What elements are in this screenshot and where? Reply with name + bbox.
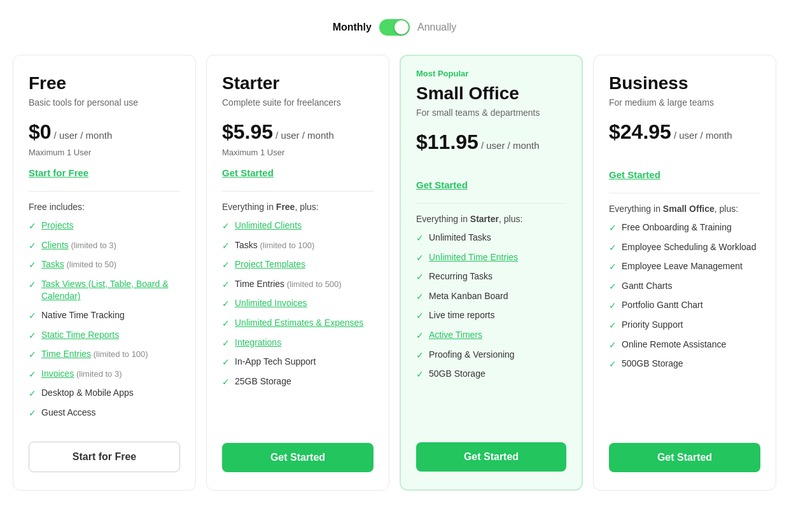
feature-item: ✓ Guest Access [29, 407, 180, 420]
feature-item: ✓ Native Time Tracking [29, 309, 180, 323]
plan-price-starter: $5.95 / user / month [222, 120, 374, 144]
feature-note: (limited to 3) [69, 241, 116, 250]
feature-list-free: ✓ Projects ✓ Clients (limited to 3) ✓ Ta… [29, 220, 180, 426]
feature-text: Integrations [235, 337, 281, 349]
plan-description-free: Basic tools for personal use [29, 97, 180, 108]
plan-name-business: Business [609, 73, 760, 94]
toggle-switch[interactable] [379, 19, 410, 36]
price-detail: / user / month [674, 130, 732, 141]
feature-text: Static Time Reports [41, 329, 119, 342]
cta-button-small_office[interactable]: Get Started [416, 442, 566, 472]
feature-text: Online Remote Assistance [622, 339, 726, 351]
check-icon: ✓ [29, 220, 36, 233]
check-icon: ✓ [416, 349, 424, 362]
feature-text: Projects [41, 220, 74, 232]
feature-text: Guest Access [41, 407, 96, 419]
feature-item: ✓ Unlimited Clients [222, 220, 374, 233]
feature-item: ✓ Tasks (limited to 50) [29, 258, 180, 272]
feature-item: ✓ Meta Kanban Board [416, 290, 566, 304]
check-icon: ✓ [222, 279, 230, 291]
includes-label: Everything in Free, plus: [222, 202, 374, 212]
price-amount: $5.95 [222, 120, 273, 144]
feature-text: Free Onboarding & Training [622, 221, 732, 234]
plan-price-small_office: $11.95 / user / month [416, 130, 566, 154]
feature-item: ✓ Free Onboarding & Training [609, 221, 760, 235]
feature-text: Tasks (limited to 50) [41, 258, 116, 271]
plan-card-small_office: Most PopularSmall OfficeFor small teams … [400, 55, 583, 491]
check-icon: ✓ [416, 291, 424, 304]
plan-name-starter: Starter [222, 73, 374, 94]
check-icon: ✓ [609, 358, 617, 371]
feature-text: In-App Tech Support [235, 356, 316, 368]
plan-name-free: Free [29, 73, 180, 94]
check-icon: ✓ [609, 319, 617, 332]
plan-name-small_office: Small Office [416, 83, 566, 104]
feature-item: ✓ Gantt Charts [609, 280, 760, 293]
feature-item: ✓ Project Templates [222, 258, 374, 272]
check-icon: ✓ [416, 252, 424, 265]
feature-text: Project Templates [235, 258, 305, 271]
feature-text: Gantt Charts [622, 280, 672, 293]
feature-item: ✓ Proofing & Versioning [416, 349, 566, 362]
cta-link-starter[interactable]: Get Started [222, 167, 374, 178]
price-amount: $24.95 [609, 120, 671, 144]
includes-label: Everything in Starter, plus: [416, 214, 566, 224]
plan-description-starter: Complete suite for freelancers [222, 97, 374, 108]
feature-text: Tasks (limited to 100) [235, 239, 314, 252]
divider [222, 191, 374, 192]
feature-item: ✓ Task Views (List, Table, Board & Calen… [29, 278, 180, 303]
feature-item: ✓ Time Entries (limited to 500) [222, 278, 374, 291]
feature-item: ✓ Unlimited Invoices [222, 297, 374, 311]
check-icon: ✓ [416, 310, 424, 323]
feature-item: ✓ Time Entries (limited to 100) [29, 348, 180, 361]
feature-text: 50GB Storage [429, 368, 485, 381]
feature-text: Task Views (List, Table, Board & Calenda… [41, 278, 180, 303]
feature-text: Unlimited Invoices [235, 297, 307, 310]
plan-description-business: For medium & large teams [609, 97, 760, 108]
plan-card-free: FreeBasic tools for personal use $0 / us… [13, 55, 196, 491]
plan-card-business: BusinessFor medium & large teams $24.95 … [593, 55, 776, 491]
check-icon: ✓ [609, 281, 617, 293]
divider [416, 203, 566, 204]
feature-text: Proofing & Versioning [429, 349, 515, 361]
feature-item: ✓ Priority Support [609, 319, 760, 332]
feature-text: Recurring Tasks [429, 270, 492, 283]
feature-item: ✓ Projects [29, 220, 180, 233]
check-icon: ✓ [29, 349, 36, 361]
feature-note: (limited to 3) [74, 369, 122, 379]
feature-note: (limited to 100) [91, 349, 148, 359]
cta-button-starter[interactable]: Get Started [222, 443, 374, 472]
feature-item: ✓ Invoices (limited to 3) [29, 368, 180, 381]
billing-toggle: Monthly Annually [13, 13, 776, 36]
price-amount: $11.95 [416, 130, 478, 154]
feature-text: Native Time Tracking [41, 309, 125, 322]
feature-text: Time Entries (limited to 100) [41, 348, 148, 361]
feature-text: Portfolio Gantt Chart [622, 299, 703, 312]
feature-list-business: ✓ Free Onboarding & Training ✓ Employee … [609, 221, 760, 428]
check-icon: ✓ [29, 388, 36, 400]
check-icon: ✓ [609, 261, 617, 274]
check-icon: ✓ [609, 339, 617, 352]
feature-list-starter: ✓ Unlimited Clients ✓ Tasks (limited to … [222, 220, 374, 428]
check-icon: ✓ [222, 356, 230, 369]
check-icon: ✓ [222, 240, 230, 253]
feature-item: ✓ Unlimited Estimates & Expenses [222, 317, 374, 330]
feature-text: Unlimited Tasks [429, 232, 491, 244]
feature-list-small_office: ✓ Unlimited Tasks ✓ Unlimited Time Entri… [416, 232, 566, 427]
feature-item: ✓ Integrations [222, 337, 374, 350]
feature-item: ✓ Online Remote Assistance [609, 339, 760, 352]
feature-item: ✓ Tasks (limited to 100) [222, 239, 374, 253]
cta-link-business[interactable]: Get Started [609, 169, 760, 180]
cta-button-free[interactable]: Start for Free [29, 442, 180, 472]
feature-item: ✓ In-App Tech Support [222, 356, 374, 369]
feature-note: (limited to 50) [64, 260, 116, 269]
feature-text: 500GB Storage [622, 358, 683, 370]
feature-text: Unlimited Estimates & Expenses [235, 317, 363, 330]
cta-button-business[interactable]: Get Started [609, 443, 760, 472]
feature-item: ✓ Unlimited Time Entries [416, 251, 566, 265]
cta-link-small_office[interactable]: Get Started [416, 179, 566, 190]
cta-link-free[interactable]: Start for Free [29, 167, 180, 178]
feature-item: ✓ 50GB Storage [416, 368, 566, 381]
feature-item: ✓ Active Timers [416, 329, 566, 342]
price-detail: / user / month [481, 140, 540, 151]
